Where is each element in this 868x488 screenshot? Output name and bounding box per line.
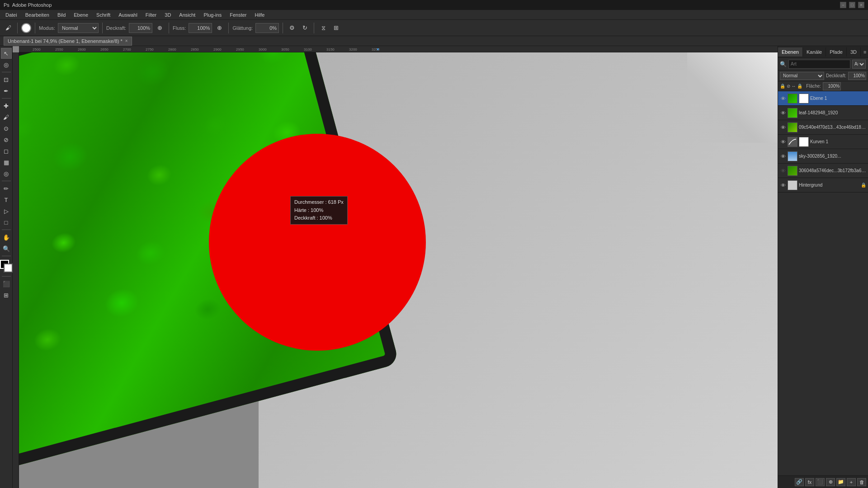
clone-tool[interactable]: ⊙ <box>1 123 12 134</box>
zoom-tool[interactable]: 🔍 <box>1 243 12 254</box>
selection-tool[interactable]: ↖ <box>1 48 12 59</box>
toolbar-separator-4 <box>169 23 169 33</box>
ruler-tick-2900: 2900 <box>213 47 222 52</box>
glaettung-input[interactable] <box>255 23 279 33</box>
history-tool[interactable]: ⊘ <box>1 134 12 145</box>
brush-preset-icon[interactable] <box>21 23 31 33</box>
text-tool[interactable]: T <box>1 194 12 205</box>
flaeche-value[interactable] <box>823 82 841 90</box>
search-type-select[interactable]: Art <box>852 60 866 69</box>
lasso-tool[interactable]: ◎ <box>1 59 12 70</box>
layer-thumb-complex2 <box>788 166 797 176</box>
tool-separator-4 <box>2 230 11 230</box>
fluss-input[interactable] <box>189 23 212 33</box>
ruler-tick-2500: 2500 <box>33 47 41 52</box>
layer-vis-complex2[interactable]: 👁 <box>780 168 786 174</box>
pen-tool[interactable]: ✏ <box>1 183 12 194</box>
menu-datei[interactable]: Datei <box>2 11 21 19</box>
layer-item-leaf[interactable]: 👁 leaf-1482948_1920 <box>778 106 868 120</box>
menu-plugins[interactable]: Plug-ins <box>200 11 225 19</box>
canvas-background[interactable]: Durchmesser : 618 Px Härte : 100% Deckkr… <box>19 52 778 488</box>
layer-item-complex2[interactable]: 👁 306048a5746dec...3b172fb3a6c08 <box>778 164 868 178</box>
layer-vis-complex1[interactable]: 👁 <box>780 124 786 131</box>
menu-schrift[interactable]: Schrift <box>93 11 114 19</box>
ruler-tick-2850: 2850 <box>191 47 199 52</box>
layer-vis-sky[interactable]: 👁 <box>780 153 786 160</box>
shape-tool[interactable]: □ <box>1 217 12 228</box>
titlebar: Ps Adobe Photoshop − □ × <box>0 0 868 10</box>
quickmask-tool[interactable]: ⬛ <box>1 278 12 289</box>
menu-auswahl[interactable]: Auswahl <box>115 11 141 19</box>
fluss-label: Fluss: <box>173 25 186 31</box>
screenmode-tool[interactable]: ⊞ <box>1 290 12 300</box>
titlebar-left: Ps Adobe Photoshop <box>4 2 52 8</box>
brush-tool[interactable]: 🖌 <box>1 112 12 122</box>
background-color[interactable] <box>4 263 13 272</box>
crop-tool[interactable]: ⊡ <box>1 74 12 85</box>
panel-tabs: Ebenen Kanäle Pfade 3D ≡ <box>778 46 868 58</box>
symmetry-icon[interactable]: ⧖ <box>318 23 329 33</box>
panel-menu-icon[interactable]: ≡ <box>861 47 868 56</box>
healing-tool[interactable]: ✚ <box>1 100 12 111</box>
layer-thumb-hintergrund <box>788 180 797 190</box>
ruler-tick-3100: 3100 <box>304 47 312 52</box>
layer-search-input[interactable] <box>788 60 850 69</box>
blur-tool[interactable]: ◎ <box>1 168 12 179</box>
layer-item-ebene1[interactable]: 👁 Ebene 1 <box>778 91 868 106</box>
layer-vis-kurven[interactable]: 👁 <box>780 139 786 145</box>
fill-tool[interactable]: ▦ <box>1 157 12 168</box>
link-layers-button[interactable]: 🔗 <box>795 478 804 486</box>
left-tools-panel: ↖ ◎ ⊡ ✒ ✚ 🖌 ⊙ ⊘ ◻ ▦ ◎ ✏ T ▷ □ ✋ 🔍 ⬛ ⊞ <box>0 46 13 488</box>
document-tab-close[interactable]: × <box>125 38 128 43</box>
menu-ansicht[interactable]: Ansicht <box>175 11 199 19</box>
menu-ebene[interactable]: Ebene <box>70 11 92 19</box>
eyedropper-tool[interactable]: ✒ <box>1 85 12 96</box>
tab-ebenen[interactable]: Ebenen <box>778 47 803 56</box>
layer-vis-ebene1[interactable]: 👁 <box>780 95 786 102</box>
menu-bearbeiten[interactable]: Bearbeiten <box>22 11 53 19</box>
menu-bild[interactable]: Bild <box>54 11 69 19</box>
layer-style-button[interactable]: fx <box>805 478 814 486</box>
layer-vis-leaf[interactable]: 👁 <box>780 110 786 116</box>
layer-name-sky: sky-3002856_1920... <box>799 154 866 159</box>
tab-3d[interactable]: 3D <box>847 47 861 56</box>
angle-icon[interactable]: ↻ <box>299 23 310 33</box>
menu-filter[interactable]: Filter <box>142 11 160 19</box>
mode-select[interactable]: Normal <box>58 23 99 33</box>
layers-panel: Ebenen Kanäle Pfade 3D ≡ 🔍 Art ⊕⊕⊕⊕⊕ Nor… <box>778 46 868 488</box>
layer-item-hintergrund[interactable]: 👁 Hintergrund 🔒 <box>778 178 868 192</box>
layer-item-kurven[interactable]: 👁 Kurven 1 <box>778 135 868 149</box>
delete-layer-button[interactable]: 🗑 <box>857 478 866 486</box>
menu-hilfe[interactable]: Hilfe <box>251 11 268 19</box>
blend-mode-select[interactable]: Normal <box>780 72 824 80</box>
eraser-tool[interactable]: ◻ <box>1 145 12 156</box>
tab-pfade[interactable]: Pfade <box>826 47 847 56</box>
adjustment-button[interactable]: ⊕ <box>826 478 835 486</box>
menu-3d[interactable]: 3D <box>161 11 175 19</box>
settings-icon[interactable]: ⚙ <box>287 23 297 33</box>
minimize-button[interactable]: − <box>840 2 846 8</box>
brush-tool-icon[interactable]: 🖌 <box>3 23 14 33</box>
maximize-button[interactable]: □ <box>849 2 855 8</box>
deckkraft-value[interactable] <box>848 72 866 80</box>
deckkraft-icon[interactable]: ⊕ <box>154 23 165 33</box>
close-button[interactable]: × <box>858 2 864 8</box>
tab-kanaele[interactable]: Kanäle <box>803 47 826 56</box>
layer-thumb-ebene1 <box>788 94 797 103</box>
add-group-button[interactable]: 📁 <box>836 478 845 486</box>
hand-tool[interactable]: ✋ <box>1 232 12 243</box>
deckkraft-input[interactable] <box>129 23 152 33</box>
extra-icon[interactable]: ⊞ <box>330 23 341 33</box>
layer-item-sky[interactable]: 👁 sky-3002856_1920... <box>778 149 868 164</box>
add-mask-button[interactable]: ⬛ <box>816 478 825 486</box>
layer-vis-hintergrund[interactable]: 👁 <box>780 182 786 188</box>
layer-item-complex1[interactable]: 👁 09c540e4f70d13...43ce46bd18f3f2 <box>778 120 868 135</box>
document-tab[interactable]: Unbenant-1 bei 74,9% (Ebene 1, Ebenenmas… <box>4 37 132 46</box>
canvas-area[interactable]: 2500 2550 2600 2650 2700 2750 2800 2850 … <box>13 46 778 488</box>
tool-separator-2 <box>2 98 11 99</box>
menu-fenster[interactable]: Fenster <box>226 11 250 19</box>
add-layer-button[interactable]: + <box>847 478 856 486</box>
path-tool[interactable]: ▷ <box>1 206 12 216</box>
fluss-icon[interactable]: ⊕ <box>214 23 225 33</box>
ruler-tick-2800: 2800 <box>168 47 176 52</box>
